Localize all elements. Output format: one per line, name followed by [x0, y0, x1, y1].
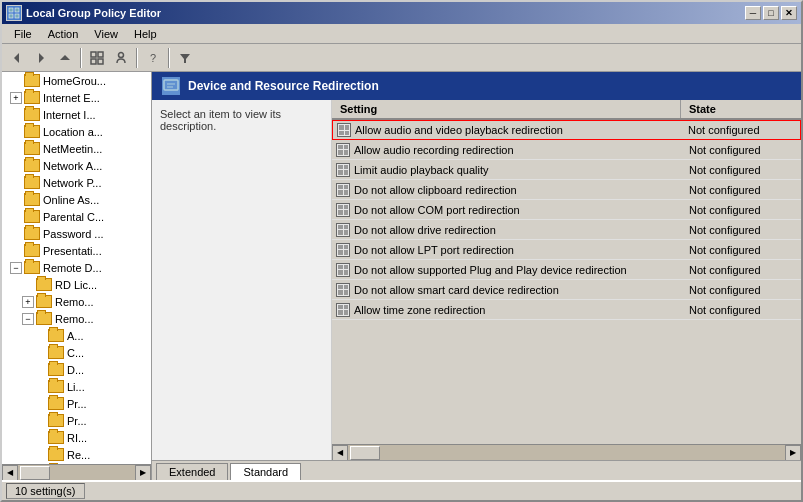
- tree-item[interactable]: D...: [2, 361, 151, 378]
- back-button[interactable]: [6, 47, 28, 69]
- row-setting: Do not allow COM port redirection: [332, 201, 681, 219]
- policy-icon: [336, 263, 350, 277]
- panel-title: Device and Resource Redirection: [188, 79, 379, 93]
- row-state: Not configured: [680, 122, 800, 138]
- tree-scroll-thumb[interactable]: [20, 466, 50, 480]
- menu-bar: File Action View Help: [2, 24, 801, 44]
- tree-item[interactable]: C...: [2, 344, 151, 361]
- svg-rect-9: [91, 59, 96, 64]
- row-setting: Limit audio playback quality: [332, 161, 681, 179]
- settings-scroll-left[interactable]: ◀: [332, 445, 348, 461]
- main-window: Local Group Policy Editor ─ □ ✕ File Act…: [0, 0, 803, 502]
- folder-icon: [24, 159, 40, 172]
- menu-file[interactable]: File: [6, 26, 40, 42]
- tree-item[interactable]: Internet I...: [2, 106, 151, 123]
- svg-marker-6: [60, 55, 70, 60]
- svg-rect-0: [9, 8, 13, 12]
- svg-rect-1: [15, 8, 19, 12]
- menu-help[interactable]: Help: [126, 26, 165, 42]
- tree-label: Presentati...: [43, 245, 102, 257]
- tree-item[interactable]: A...: [2, 327, 151, 344]
- tree-item[interactable]: Password ...: [2, 225, 151, 242]
- table-row[interactable]: Allow audio and video playback redirecti…: [332, 120, 801, 140]
- forward-button[interactable]: [30, 47, 52, 69]
- col-header-state[interactable]: State: [681, 100, 801, 118]
- row-state: Not configured: [681, 282, 801, 298]
- tree-item[interactable]: −Remote D...: [2, 259, 151, 276]
- filter-button[interactable]: [174, 47, 196, 69]
- svg-marker-13: [180, 54, 190, 63]
- tree-item[interactable]: +Remo...: [2, 293, 151, 310]
- tree-item[interactable]: Re...: [2, 446, 151, 463]
- tree-item[interactable]: Network A...: [2, 157, 151, 174]
- tree-label: Online As...: [43, 194, 99, 206]
- folder-icon: [24, 108, 40, 121]
- tree-item[interactable]: +Internet E...: [2, 89, 151, 106]
- menu-action[interactable]: Action: [40, 26, 87, 42]
- help-button[interactable]: ?: [142, 47, 164, 69]
- show-hide-button[interactable]: [86, 47, 108, 69]
- tree-expand-icon[interactable]: +: [10, 92, 22, 104]
- settings-scroll-right[interactable]: ▶: [785, 445, 801, 461]
- table-row[interactable]: Do not allow clipboard redirection Not c…: [332, 180, 801, 200]
- row-state: Not configured: [681, 302, 801, 318]
- maximize-button[interactable]: □: [763, 6, 779, 20]
- table-row[interactable]: Do not allow drive redirection Not confi…: [332, 220, 801, 240]
- tab-standard[interactable]: Standard: [230, 463, 301, 480]
- tree-item[interactable]: Pr...: [2, 412, 151, 429]
- table-row[interactable]: Do not allow COM port redirection Not co…: [332, 200, 801, 220]
- tree-scroll-left[interactable]: ◀: [2, 465, 18, 481]
- tree-label: Location a...: [43, 126, 103, 138]
- right-panel-header: Device and Resource Redirection: [152, 72, 801, 100]
- settings-scroll-thumb[interactable]: [350, 446, 380, 460]
- table-row[interactable]: Limit audio playback quality Not configu…: [332, 160, 801, 180]
- tree-item[interactable]: Network P...: [2, 174, 151, 191]
- menu-view[interactable]: View: [86, 26, 126, 42]
- tree-expand-icon[interactable]: −: [22, 313, 34, 325]
- right-panel: Device and Resource Redirection Select a…: [152, 72, 801, 480]
- title-bar-left: Local Group Policy Editor: [6, 5, 161, 21]
- tree-item[interactable]: HomeGrou...: [2, 72, 151, 89]
- minimize-button[interactable]: ─: [745, 6, 761, 20]
- table-row[interactable]: Do not allow smart card device redirecti…: [332, 280, 801, 300]
- tree-expand-icon[interactable]: −: [10, 262, 22, 274]
- table-header: Setting State: [332, 100, 801, 120]
- tree-label: NetMeetin...: [43, 143, 102, 155]
- table-row[interactable]: Allow time zone redirection Not configur…: [332, 300, 801, 320]
- table-row[interactable]: Do not allow LPT port redirection Not co…: [332, 240, 801, 260]
- col-header-setting[interactable]: Setting: [332, 100, 681, 118]
- status-bar: 10 setting(s): [2, 480, 801, 500]
- tree-item[interactable]: Pr...: [2, 395, 151, 412]
- tree-item[interactable]: Location a...: [2, 123, 151, 140]
- tree-item[interactable]: NetMeetin...: [2, 140, 151, 157]
- tree-item[interactable]: −Remo...: [2, 310, 151, 327]
- folder-icon: [48, 397, 64, 410]
- table-row[interactable]: Do not allow supported Plug and Play dev…: [332, 260, 801, 280]
- folder-icon: [24, 142, 40, 155]
- svg-text:?: ?: [150, 52, 156, 64]
- tabs-bar: ExtendedStandard: [152, 460, 801, 480]
- tree-item[interactable]: Online As...: [2, 191, 151, 208]
- table-row[interactable]: Allow audio recording redirection Not co…: [332, 140, 801, 160]
- tree-scroll-right[interactable]: ▶: [135, 465, 151, 481]
- tree-item[interactable]: RI...: [2, 429, 151, 446]
- up-button[interactable]: [54, 47, 76, 69]
- properties-button[interactable]: [110, 47, 132, 69]
- tree-label: Pr...: [67, 398, 87, 410]
- tree-item[interactable]: RD Lic...: [2, 276, 151, 293]
- svg-rect-8: [98, 52, 103, 57]
- folder-icon: [24, 74, 40, 87]
- tree-item[interactable]: Presentati...: [2, 242, 151, 259]
- tree-scroll[interactable]: HomeGrou...+Internet E...Internet I...Lo…: [2, 72, 151, 464]
- tree-label: Parental C...: [43, 211, 104, 223]
- tree-item[interactable]: Parental C...: [2, 208, 151, 225]
- tree-expand-icon[interactable]: +: [22, 296, 34, 308]
- tab-extended[interactable]: Extended: [156, 463, 228, 480]
- tree-item[interactable]: Li...: [2, 378, 151, 395]
- settings-table[interactable]: Setting State Allow audio and video play…: [332, 100, 801, 444]
- folder-icon: [48, 414, 64, 427]
- close-button[interactable]: ✕: [781, 6, 797, 20]
- row-setting: Allow audio recording redirection: [332, 141, 681, 159]
- toolbar-sep-3: [168, 48, 170, 68]
- tree-h-scrollbar: ◀ ▶: [2, 464, 151, 480]
